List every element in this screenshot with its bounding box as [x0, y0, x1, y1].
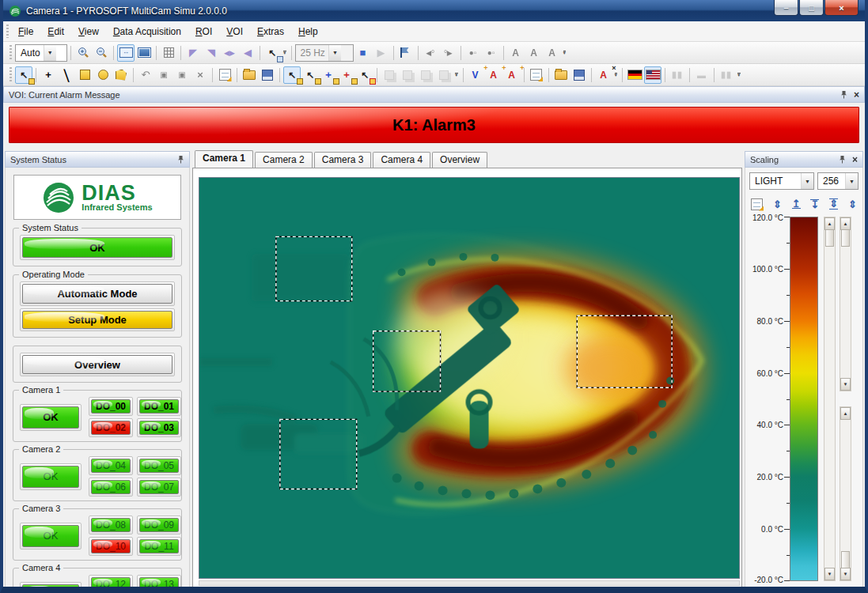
- camera3-status-button[interactable]: OK: [22, 525, 79, 547]
- tab-camera2[interactable]: Camera 2: [255, 152, 313, 168]
- do-07-indicator[interactable]: DO_07: [139, 480, 179, 494]
- scroll-up-icon[interactable]: ▲: [840, 407, 851, 420]
- voi-add-icon[interactable]: V+: [467, 66, 484, 84]
- close-button[interactable]: ×: [824, 0, 859, 16]
- toolbar-overflow-icon[interactable]: ▾: [283, 51, 286, 55]
- menu-roi[interactable]: ROI: [188, 23, 219, 40]
- fullscreen-icon[interactable]: [135, 44, 153, 62]
- scroll-down-icon[interactable]: ▼: [840, 378, 851, 391]
- draw-rectangle-icon[interactable]: [76, 66, 93, 84]
- language-english-icon[interactable]: [644, 66, 661, 84]
- scroll-thumb[interactable]: [841, 229, 850, 247]
- rotate-right-icon[interactable]: ◥: [203, 44, 220, 62]
- setup-mode-button[interactable]: Setup Mode: [22, 311, 172, 329]
- do-12-indicator[interactable]: DO_12: [91, 577, 131, 588]
- flip-horizontal-icon[interactable]: ◀▶: [221, 44, 238, 62]
- fit-width-icon[interactable]: ↔: [117, 44, 135, 62]
- horizontal-scrollbar[interactable]: [199, 580, 740, 586]
- roi-delete-icon[interactable]: ↖: [356, 66, 373, 84]
- tab-camera3[interactable]: Camera 3: [314, 152, 372, 168]
- roi-list-icon[interactable]: [216, 66, 233, 84]
- do-10-indicator[interactable]: DO_10: [91, 539, 131, 553]
- menu-help[interactable]: Help: [291, 23, 325, 40]
- expand-range-icon[interactable]: ⇕: [848, 198, 857, 210]
- thermal-image[interactable]: [199, 177, 740, 579]
- scaling-settings-icon[interactable]: [751, 198, 763, 210]
- toolbar-overflow-icon[interactable]: ▾: [455, 73, 458, 77]
- pin-icon[interactable]: [177, 155, 184, 164]
- flip-vertical-icon[interactable]: ◀: [239, 44, 256, 62]
- menu-view[interactable]: View: [71, 23, 106, 40]
- tab-camera4[interactable]: Camera 4: [373, 152, 430, 168]
- zoom-mode-combo[interactable]: Auto▼: [15, 44, 67, 62]
- do-03-indicator[interactable]: DO_03: [139, 421, 179, 435]
- do-13-indicator[interactable]: DO_13: [139, 577, 179, 588]
- pin-icon[interactable]: [840, 90, 847, 99]
- flag-event-icon[interactable]: [397, 44, 415, 62]
- scroll-thumb[interactable]: [825, 229, 834, 247]
- menu-extras[interactable]: Extras: [250, 23, 291, 40]
- palette-combo[interactable]: LIGHT▼: [749, 172, 814, 190]
- grid-icon[interactable]: [160, 44, 177, 62]
- voi-save-icon[interactable]: [570, 66, 588, 84]
- tab-camera1[interactable]: Camera 1: [195, 150, 253, 168]
- do-11-indicator[interactable]: DO_11: [139, 539, 179, 553]
- roi-delete-point-icon[interactable]: ＋: [338, 66, 355, 84]
- scroll-thumb[interactable]: [841, 551, 850, 568]
- roi-select-move-icon[interactable]: ↖: [283, 66, 301, 84]
- menu-edit[interactable]: Edit: [40, 23, 71, 40]
- scroll-up-icon[interactable]: ▲: [824, 217, 835, 230]
- do-00-indicator[interactable]: DO_00: [91, 399, 131, 414]
- language-german-icon[interactable]: [626, 66, 643, 84]
- toolbar-overflow-icon[interactable]: ▾: [615, 73, 618, 77]
- zoom-out-icon[interactable]: [93, 44, 110, 62]
- toolbar-overflow-icon[interactable]: ▾: [563, 51, 567, 55]
- select-roi-icon[interactable]: ↖: [15, 66, 32, 84]
- voi-open-icon[interactable]: [552, 66, 570, 84]
- roi-save-icon[interactable]: [259, 66, 276, 84]
- compress-range-icon[interactable]: ⇕: [829, 198, 838, 210]
- rotate-left-icon[interactable]: ◤: [184, 44, 202, 62]
- close-panel-icon[interactable]: ×: [854, 91, 859, 99]
- roi-open-icon[interactable]: [241, 66, 258, 84]
- autoscale-icon[interactable]: ⇕: [773, 198, 782, 210]
- close-panel-icon[interactable]: ×: [852, 156, 858, 164]
- draw-point-icon[interactable]: +: [40, 66, 57, 84]
- voi-edit-icon[interactable]: [528, 66, 545, 84]
- maximize-button[interactable]: □: [799, 0, 824, 16]
- toolbar-overflow-icon[interactable]: ▾: [737, 73, 741, 77]
- do-06-indicator[interactable]: DO_06: [91, 480, 131, 494]
- roi-add-point-icon[interactable]: ＋: [320, 66, 337, 84]
- stop-acquisition-icon[interactable]: ■: [354, 44, 372, 62]
- do-09-indicator[interactable]: DO_09: [139, 518, 179, 532]
- do-05-indicator[interactable]: DO_05: [139, 459, 179, 473]
- tab-overview[interactable]: Overview: [432, 152, 487, 168]
- system-status-ok-button[interactable]: OK: [22, 237, 172, 258]
- set-lower-limit-icon[interactable]: ↧: [810, 199, 819, 209]
- scroll-down-icon[interactable]: ▼: [824, 568, 835, 580]
- automatic-mode-button[interactable]: Automatic Mode: [22, 284, 172, 304]
- camera2-status-button[interactable]: OK: [22, 466, 79, 488]
- draw-polygon-icon[interactable]: [112, 66, 130, 84]
- menu-file[interactable]: File: [11, 23, 40, 40]
- alarm-add-icon[interactable]: A+: [485, 66, 502, 84]
- alarm-delete-icon[interactable]: A×: [595, 66, 612, 84]
- do-01-indicator[interactable]: DO_01: [139, 399, 179, 414]
- camera1-status-button[interactable]: OK: [22, 406, 79, 429]
- menu-data-acquisition[interactable]: Data Acquisition: [106, 23, 188, 40]
- zoom-in-icon[interactable]: [74, 44, 92, 62]
- scale-scrollbar-full[interactable]: ▲ ▼: [824, 217, 836, 581]
- scroll-up-icon[interactable]: ▲: [840, 217, 851, 230]
- draw-line-icon[interactable]: ╲: [57, 65, 77, 85]
- scroll-down-icon[interactable]: ▼: [840, 568, 851, 580]
- lower-limit-scrollbar[interactable]: ▲ ▼: [840, 406, 851, 581]
- overview-button[interactable]: Overview: [22, 355, 172, 374]
- roi-add-icon[interactable]: ↖: [301, 66, 319, 84]
- do-04-indicator[interactable]: DO_04: [91, 459, 131, 473]
- draw-ellipse-icon[interactable]: [94, 66, 112, 84]
- upper-limit-scrollbar[interactable]: ▲ ▼: [840, 217, 851, 391]
- combo-arrow-icon[interactable]: ▼: [44, 45, 56, 61]
- levels-combo[interactable]: 256▼: [817, 172, 859, 190]
- pin-icon[interactable]: [839, 155, 846, 164]
- menu-voi[interactable]: VOI: [219, 23, 250, 40]
